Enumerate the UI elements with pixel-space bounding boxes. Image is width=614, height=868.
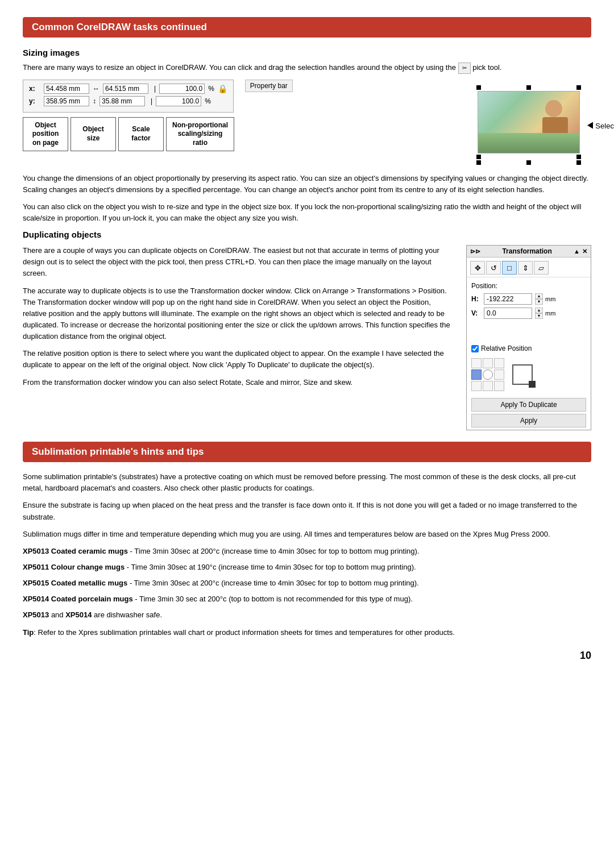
dup-para4: From the transformation docker window yo… xyxy=(23,377,455,388)
handle-ml xyxy=(476,155,481,159)
docker-h-spinners: ▴ ▾ xyxy=(535,293,543,305)
page-header-title: Common CorelDRAW tasks continued xyxy=(32,22,207,32)
x-input[interactable] xyxy=(44,84,89,94)
docker-h-label: H: xyxy=(471,295,482,303)
handle-bl xyxy=(476,160,481,165)
mug-line-2: XP5015 Coated metallic mugs - Time 3min … xyxy=(23,578,591,589)
docker-grid-tm[interactable] xyxy=(483,358,493,368)
docker-title-bar: ⊳⊳ Transformation ▲ ✕ xyxy=(467,246,591,258)
docker-icon-row: ✥ ↺ □ ⇕ ▱ xyxy=(467,258,591,277)
dup-para1: There are a couple of ways you can dupli… xyxy=(23,245,455,279)
docker-grid-bl[interactable] xyxy=(471,381,482,391)
sublimation-para3: Sublimation mugs differ in time and temp… xyxy=(23,529,591,540)
handle-tm xyxy=(526,85,531,90)
docker-h-up[interactable]: ▴ xyxy=(535,293,543,299)
property-bar-label: Property bar xyxy=(245,80,293,92)
page-number: 10 xyxy=(23,650,591,662)
duplicating-section: Duplicating objects There are a couple o… xyxy=(23,230,591,430)
mug-2-bold: XP5015 Coated metallic mugs xyxy=(23,579,127,587)
pct-w-input[interactable] xyxy=(159,84,205,94)
docker-grid-tl[interactable] xyxy=(471,358,482,368)
sizing-para1: There are many ways to resize an object … xyxy=(23,62,591,74)
w-input[interactable] xyxy=(103,84,148,94)
docker-icon-scale[interactable]: □ xyxy=(502,261,517,275)
docker-grid-tr[interactable] xyxy=(494,358,504,368)
page-header-bar: Common CorelDRAW tasks continued xyxy=(23,17,591,38)
docker-relative-checkbox[interactable] xyxy=(471,345,479,352)
docker-title-text: Transformation xyxy=(502,247,551,255)
apply-button[interactable]: Apply xyxy=(471,414,586,427)
docker-relative-label: Relative Position xyxy=(481,344,532,352)
mug-0-bold: XP5013 Coated ceramic mugs xyxy=(23,547,128,555)
docker-relative-position-row: Relative Position xyxy=(467,341,591,356)
pick-tool-icon: ✂ xyxy=(458,63,471,74)
sublimation-section: Sublimation printable's hints and tips S… xyxy=(23,442,591,638)
duplicating-title: Duplicating objects xyxy=(23,230,591,239)
docker-icon-skew[interactable]: ▱ xyxy=(534,261,549,275)
label-scale: Scalefactor xyxy=(118,117,164,152)
docker-icon-size[interactable]: ⇕ xyxy=(518,261,533,275)
docker-v-up[interactable]: ▴ xyxy=(535,308,543,313)
sizing-para3: You can also click on the object you wis… xyxy=(23,201,591,224)
h-input[interactable] xyxy=(99,96,145,106)
apply-to-duplicate-button[interactable]: Apply To Duplicate xyxy=(471,398,586,412)
docker-icon-position[interactable]: ✥ xyxy=(470,261,485,275)
mug-line-0: XP5013 Coated ceramic mugs - Time 3min 3… xyxy=(23,546,591,557)
mug-line-3: XP5014 Coated porcelain mugs - Time 3min… xyxy=(23,593,591,605)
sublimation-title: Sublimation printable's hints and tips xyxy=(32,446,204,457)
mug-1-bold: XP5011 Colour change mugs xyxy=(23,563,125,571)
docker-h-input[interactable] xyxy=(484,293,532,305)
mug-3-bold: XP5014 Coated porcelain mugs xyxy=(23,595,133,603)
docker-title-controls: ▲ ✕ xyxy=(574,248,587,255)
tip-text: : Refer to the Xpres sublimation printab… xyxy=(34,628,455,637)
docker-title-icon: ⊳⊳ xyxy=(470,248,480,255)
docker-grid-mr[interactable] xyxy=(494,369,504,380)
duplicating-layout: There are a couple of ways you can dupli… xyxy=(23,245,591,430)
dishwasher-line: XP5013 and XP5014 are dishwasher safe. xyxy=(23,609,591,621)
sublimation-para2: Ensure the substrate is facing up when p… xyxy=(23,500,591,522)
dishwasher-and: and xyxy=(51,610,65,619)
label-nonprop: Non-proportionalscaling/sizingratio xyxy=(166,117,234,152)
dishwasher-xp5013: XP5013 xyxy=(23,610,49,619)
y-input[interactable] xyxy=(44,96,89,106)
docker-close-icon[interactable]: ✕ xyxy=(582,248,587,255)
docker-grid-mm[interactable] xyxy=(483,369,493,380)
property-bar-diagram: x: ↔ | % 🔒 y: ↕ | xyxy=(23,80,591,166)
docker-icon-rotate[interactable]: ↺ xyxy=(486,261,501,275)
docker-grid-br[interactable] xyxy=(494,381,504,391)
mug-0-rest: - Time 3min 30sec at 200°c (increase tim… xyxy=(130,547,420,555)
dup-para2: The accurate way to duplicate objects is… xyxy=(23,285,455,343)
duplicating-text-block: There are a couple of ways you can dupli… xyxy=(23,245,455,394)
mug-1-rest: - Time 3min 30sec at 190°c (increase tim… xyxy=(127,563,416,571)
label-obj-position: Objectpositionon page xyxy=(23,117,68,152)
docker-v-unit: mm xyxy=(545,310,555,317)
handle-br xyxy=(576,160,581,165)
mug-2-rest: - Time 3min 30sec at 200°c (increase tim… xyxy=(130,579,419,587)
transformation-docker: ⊳⊳ Transformation ▲ ✕ ✥ ↺ □ ⇕ ▱ Position… xyxy=(466,245,591,430)
docker-grid-bm[interactable] xyxy=(483,381,493,391)
sample-image xyxy=(478,91,580,153)
pct-h-input[interactable] xyxy=(156,96,201,106)
docker-v-label: V: xyxy=(471,309,482,317)
docker-v-down[interactable]: ▾ xyxy=(535,313,543,319)
sublimation-header-bar: Sublimation printable's hints and tips xyxy=(23,442,591,462)
sizing-title: Sizing images xyxy=(23,48,591,57)
tip-line: Tip: Refer to the Xpres sublimation prin… xyxy=(23,627,591,638)
docker-h-unit: mm xyxy=(545,296,555,302)
sublimation-para1: Some sublimation printable's (substrates… xyxy=(23,471,591,494)
handle-mr xyxy=(576,155,581,159)
label-obj-size: Objectsize xyxy=(70,117,116,152)
tip-label: Tip xyxy=(23,628,34,637)
handle-tl xyxy=(476,85,481,90)
docker-v-input[interactable] xyxy=(484,308,532,319)
docker-arrow-up-icon[interactable]: ▲ xyxy=(574,248,580,255)
docker-grid xyxy=(471,358,504,391)
sizing-section: Sizing images There are many ways to res… xyxy=(23,48,591,224)
dishwasher-rest: are dishwasher safe. xyxy=(94,610,162,619)
mug-line-1: XP5011 Colour change mugs - Time 3min 30… xyxy=(23,562,591,573)
docker-h-down[interactable]: ▾ xyxy=(535,299,543,305)
docker-position-label: Position: xyxy=(471,282,586,290)
sizing-para2: You change the dimensions of an object p… xyxy=(23,173,591,196)
docker-pos-dot xyxy=(529,381,536,388)
docker-grid-ml[interactable] xyxy=(471,369,482,380)
